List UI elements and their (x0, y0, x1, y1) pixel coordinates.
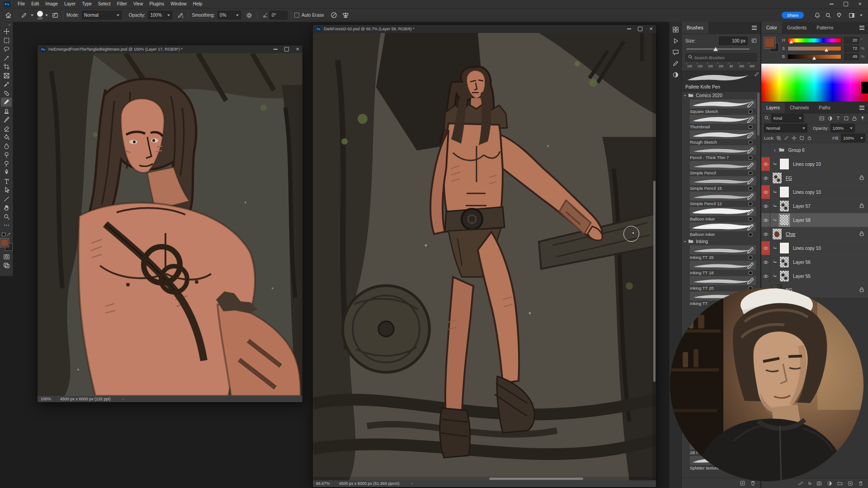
hand-tool[interactable] (1, 203, 12, 212)
layer-thumbnail[interactable] (779, 200, 789, 212)
color-spectrum-picker[interactable] (761, 64, 868, 102)
dodge-tool[interactable] (1, 150, 12, 160)
panel-menu-icon[interactable] (859, 26, 864, 31)
layer-row[interactable]: Char (761, 227, 868, 241)
delete-brush-icon[interactable] (750, 480, 756, 486)
layer-visibility-toggle[interactable] (761, 213, 770, 227)
brush-item[interactable]: Inking TT 25 (690, 245, 756, 261)
saturation-value[interactable]: 72 (844, 45, 859, 52)
doc-maximize-icon[interactable] (284, 47, 289, 52)
brush-size-slider[interactable] (686, 46, 756, 52)
brush-item[interactable]: Simple Pencil 12 (690, 192, 756, 207)
lock-transparency-icon[interactable] (776, 136, 781, 141)
airbrush-pressure-icon[interactable] (176, 12, 185, 19)
zoom-tool[interactable] (1, 212, 12, 221)
adjustments-panel-icon[interactable] (672, 71, 679, 78)
layer-visibility-toggle[interactable] (761, 143, 770, 157)
status-chevron-icon[interactable]: › (411, 481, 413, 486)
filter-smart-objects-icon[interactable] (852, 116, 857, 121)
default-swap-colors[interactable] (2, 233, 11, 237)
layer-visibility-toggle[interactable] (761, 241, 770, 255)
panel-menu-icon[interactable] (859, 106, 864, 111)
window-maximize-icon[interactable] (844, 2, 848, 6)
brush-settings-toggle-icon[interactable] (751, 38, 757, 44)
layer-thumbnail[interactable] (779, 214, 789, 226)
layer-visibility-toggle[interactable] (761, 171, 770, 185)
tab-paths[interactable]: Paths (814, 102, 835, 113)
frame-tool[interactable] (1, 71, 12, 80)
brush-folder[interactable]: › Inking (682, 238, 760, 245)
tab-channels[interactable]: Channels (785, 102, 814, 113)
brush-search[interactable] (685, 53, 757, 61)
brush-settings-panel-icon[interactable] (51, 12, 60, 19)
workspace-layout-icon[interactable] (847, 12, 856, 19)
layer-visibility-toggle[interactable] (761, 255, 770, 269)
zoom-level[interactable]: 66.67% (313, 480, 334, 487)
color-swatches[interactable] (764, 38, 782, 55)
recent-brush[interactable]: 100 (716, 63, 726, 68)
tab-layers[interactable]: Layers (761, 102, 785, 113)
history-brush-tool[interactable] (1, 115, 12, 124)
discover-lightbulb-icon[interactable] (835, 12, 844, 19)
tab-brushes[interactable]: Brushes (682, 22, 708, 33)
layer-visibility-toggle[interactable] (761, 227, 770, 241)
layer-row[interactable]: Layer 56 (761, 255, 868, 269)
clone-stamp-tool[interactable] (1, 107, 12, 116)
healing-brush-tool[interactable] (1, 89, 12, 98)
saturation-slider[interactable] (788, 46, 841, 51)
filter-pixel-layers-icon[interactable] (819, 116, 825, 121)
brush-size-input[interactable]: 100 px (719, 37, 748, 45)
brush-item[interactable]: Simple Pencil 15 (690, 176, 756, 192)
brush-folder[interactable]: › Comics 2020 (682, 92, 760, 99)
layer-thumbnail[interactable] (779, 158, 789, 170)
recent-brush[interactable]: 100 (695, 63, 705, 68)
layer-visibility-toggle[interactable] (761, 269, 770, 283)
gear-icon[interactable] (245, 12, 254, 19)
layer-fill-select[interactable]: 100% (841, 134, 865, 142)
link-layers-icon[interactable] (798, 481, 803, 486)
path-selection-tool[interactable] (1, 186, 12, 195)
brush-list-scrollbar[interactable] (757, 93, 760, 136)
brush-item[interactable]: Simple Pencil (690, 161, 756, 176)
brush-item[interactable]: Inking TT 18 (690, 261, 756, 276)
search-icon[interactable] (824, 12, 833, 19)
layer-thumbnail[interactable] (779, 242, 789, 254)
layer-row[interactable]: Layer 57 (761, 199, 868, 213)
panel-menu-icon[interactable] (752, 26, 757, 31)
new-group-icon[interactable] (837, 481, 843, 486)
layer-row[interactable]: Lines copy 10 (761, 157, 868, 171)
menu-file[interactable]: File (14, 0, 28, 8)
brush-item[interactable]: Pencil - Think Thin 7 (690, 145, 756, 161)
lasso-tool[interactable] (1, 45, 12, 54)
brush-item[interactable]: Inking TT 20 (690, 276, 756, 291)
layer-row-selected[interactable]: Layer 58 (761, 213, 868, 227)
pen-pressure-icon[interactable] (330, 12, 339, 19)
recent-brush[interactable]: 80 (726, 63, 736, 68)
type-tool[interactable] (1, 177, 12, 186)
annotation-tool[interactable] (1, 160, 12, 169)
document-titlebar[interactable]: Ps HeEmergedFromTheTangledNightmare.psd … (38, 45, 302, 53)
home-icon[interactable] (4, 12, 13, 19)
share-button[interactable]: Share (782, 12, 804, 19)
layer-visibility-toggle[interactable] (761, 157, 770, 171)
layer-thumbnail[interactable] (779, 270, 789, 282)
line-tool[interactable] (1, 195, 12, 204)
screen-mode-icon[interactable] (1, 261, 12, 270)
pen-tool[interactable] (1, 168, 12, 177)
pencil-tool-preset-icon[interactable] (19, 12, 28, 19)
layer-opacity-select[interactable]: 100% (830, 124, 855, 132)
hue-slider[interactable] (788, 38, 841, 43)
magic-w and-tool[interactable] (1, 54, 12, 63)
notifications-bell-icon[interactable] (813, 12, 822, 19)
layer-row-group[interactable]: › Group 6 (761, 143, 868, 157)
layer-thumbnail[interactable] (772, 228, 782, 240)
menu-view[interactable]: View (130, 0, 146, 8)
brush-item[interactable]: Thumbnail (690, 115, 756, 130)
lock-position-icon[interactable] (792, 136, 797, 141)
eraser-tool[interactable] (1, 124, 12, 133)
paint-bucket-tool[interactable] (1, 133, 12, 142)
tab-gradients[interactable]: Gradients (782, 22, 811, 33)
brush-preview[interactable]: 100 (37, 11, 43, 20)
brush-item[interactable]: Balloon Inker (690, 207, 756, 222)
vertical-scrollbar[interactable] (652, 33, 656, 480)
